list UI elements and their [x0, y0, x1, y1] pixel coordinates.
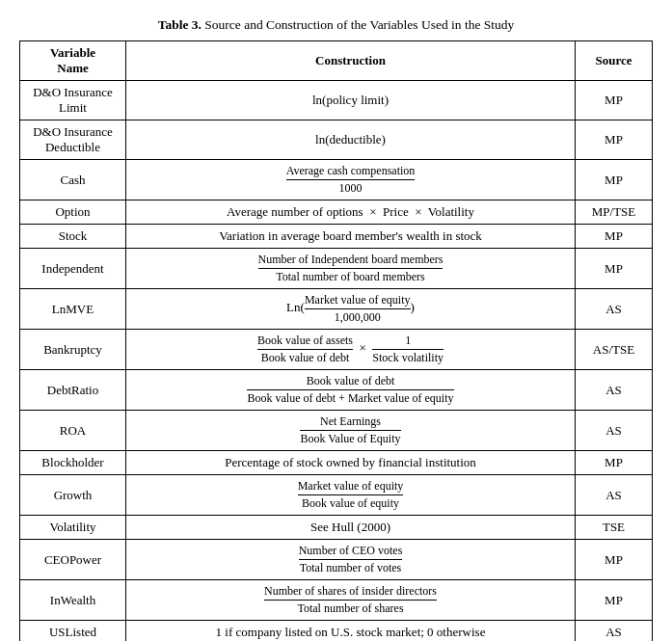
construction-volatility: See Hull (2000) [126, 516, 576, 540]
table-row: ROA Net Earnings Book Value of Equity AS [20, 411, 653, 451]
main-table: VariableName Construction Source D&O Ins… [19, 40, 653, 641]
table-row: Option Average number of options × Price… [20, 200, 653, 225]
header-source: Source [576, 41, 653, 81]
var-cash: Cash [20, 160, 126, 200]
var-dao-ded: D&O InsuranceDeductible [20, 120, 126, 160]
table-title: Table 3. Source and Construction of the … [19, 17, 653, 33]
construction-inwealth: Number of shares of insider directors To… [126, 580, 576, 621]
construction-roa: Net Earnings Book Value of Equity [126, 411, 576, 451]
source-lnmve: AS [576, 289, 653, 330]
source-bankruptcy: AS/TSE [576, 330, 653, 370]
construction-cash: Average cash compensation 1000 [126, 160, 576, 200]
var-dao-limit: D&O InsuranceLimit [20, 81, 126, 120]
var-stock: Stock [20, 225, 126, 249]
var-option: Option [20, 200, 126, 225]
source-blockholder: MP [576, 451, 653, 475]
source-option: MP/TSE [576, 200, 653, 225]
var-inwealth: InWealth [20, 580, 126, 621]
header-variable: VariableName [20, 41, 126, 81]
source-stock: MP [576, 225, 653, 249]
source-dao-limit: MP [576, 81, 653, 120]
source-roa: AS [576, 411, 653, 451]
var-blockholder: Blockholder [20, 451, 126, 475]
construction-dao-limit: ln(policy limit) [126, 81, 576, 120]
table-row: CEOPower Number of CEO votes Total numbe… [20, 540, 653, 580]
construction-uslisted: 1 if company listed on U.S. stock market… [126, 621, 576, 642]
construction-debtratio: Book value of debt Book value of debt + … [126, 370, 576, 411]
var-independent: Independent [20, 249, 126, 289]
var-debtratio: DebtRatio [20, 370, 126, 411]
var-growth: Growth [20, 475, 126, 516]
construction-option: Average number of options × Price × Vola… [126, 200, 576, 225]
table-row: Volatility See Hull (2000) TSE [20, 516, 653, 540]
table-row: Blockholder Percentage of stock owned by… [20, 451, 653, 475]
var-uslisted: USListed [20, 621, 126, 642]
var-ceopower: CEOPower [20, 540, 126, 580]
construction-dao-ded: ln(deductible) [126, 120, 576, 160]
table-title-bold: Table 3. [158, 17, 202, 32]
construction-lnmve: Ln( Market value of equity 1,000,000 ) [126, 289, 576, 330]
table-row: Stock Variation in average board member'… [20, 225, 653, 249]
construction-blockholder: Percentage of stock owned by financial i… [126, 451, 576, 475]
source-volatility: TSE [576, 516, 653, 540]
source-independent: MP [576, 249, 653, 289]
table-row: USListed 1 if company listed on U.S. sto… [20, 621, 653, 642]
source-debtratio: AS [576, 370, 653, 411]
var-roa: ROA [20, 411, 126, 451]
construction-stock: Variation in average board member's weal… [126, 225, 576, 249]
construction-bankruptcy: Book value of assets Book value of debt … [126, 330, 576, 370]
var-lnmve: LnMVE [20, 289, 126, 330]
var-bankruptcy: Bankruptcy [20, 330, 126, 370]
source-uslisted: AS [576, 621, 653, 642]
table-row: D&O InsuranceDeductible ln(deductible) M… [20, 120, 653, 160]
table-row: InWealth Number of shares of insider dir… [20, 580, 653, 621]
var-volatility: Volatility [20, 516, 126, 540]
source-growth: AS [576, 475, 653, 516]
source-inwealth: MP [576, 580, 653, 621]
table-row: DebtRatio Book value of debt Book value … [20, 370, 653, 411]
table-row: Cash Average cash compensation 1000 MP [20, 160, 653, 200]
construction-independent: Number of Independent board members Tota… [126, 249, 576, 289]
table-title-rest: Source and Construction of the Variables… [202, 17, 514, 32]
construction-ceopower: Number of CEO votes Total number of vote… [126, 540, 576, 580]
source-ceopower: MP [576, 540, 653, 580]
table-row: Growth Market value of equity Book value… [20, 475, 653, 516]
source-dao-ded: MP [576, 120, 653, 160]
header-construction: Construction [126, 41, 576, 81]
table-row: Bankruptcy Book value of assets Book val… [20, 330, 653, 370]
construction-growth: Market value of equity Book value of equ… [126, 475, 576, 516]
source-cash: MP [576, 160, 653, 200]
table-row: LnMVE Ln( Market value of equity 1,000,0… [20, 289, 653, 330]
table-row: Independent Number of Independent board … [20, 249, 653, 289]
table-row: D&O InsuranceLimit ln(policy limit) MP [20, 81, 653, 120]
